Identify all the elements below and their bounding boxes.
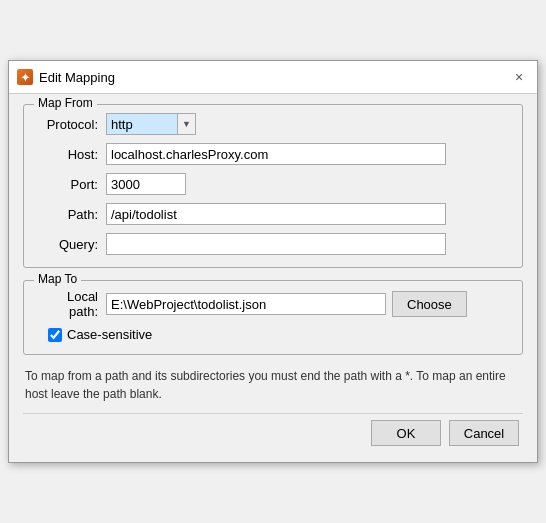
protocol-label: Protocol: [36, 117, 106, 132]
local-path-row: Local path: Choose [36, 289, 510, 319]
query-label: Query: [36, 237, 106, 252]
title-bar-left: ✦ Edit Mapping [17, 69, 115, 85]
host-input[interactable] [106, 143, 446, 165]
case-sensitive-checkbox[interactable] [48, 328, 62, 342]
map-from-title: Map From [34, 96, 97, 110]
dialog-body: Map From Protocol: http ▼ Host: Port: [9, 94, 537, 462]
protocol-dropdown-arrow[interactable]: ▼ [177, 114, 195, 134]
path-input[interactable] [106, 203, 446, 225]
close-button[interactable]: × [509, 67, 529, 87]
edit-mapping-dialog: ✦ Edit Mapping × Map From Protocol: http… [8, 60, 538, 463]
button-row: OK Cancel [23, 413, 523, 452]
port-row: Port: [36, 173, 510, 195]
port-label: Port: [36, 177, 106, 192]
port-input[interactable] [106, 173, 186, 195]
map-to-title: Map To [34, 272, 81, 286]
dialog-icon: ✦ [17, 69, 33, 85]
host-label: Host: [36, 147, 106, 162]
host-row: Host: [36, 143, 510, 165]
path-row: Path: [36, 203, 510, 225]
map-from-group: Map From Protocol: http ▼ Host: Port: [23, 104, 523, 268]
case-sensitive-label: Case-sensitive [67, 327, 152, 342]
map-to-group: Map To Local path: Choose Case-sensitive [23, 280, 523, 355]
query-input[interactable] [106, 233, 446, 255]
info-text: To map from a path and its subdirectorie… [23, 367, 523, 403]
path-label: Path: [36, 207, 106, 222]
dialog-title: Edit Mapping [39, 70, 115, 85]
cancel-button[interactable]: Cancel [449, 420, 519, 446]
local-path-input[interactable] [106, 293, 386, 315]
case-sensitive-row: Case-sensitive [36, 327, 510, 342]
query-row: Query: [36, 233, 510, 255]
ok-button[interactable]: OK [371, 420, 441, 446]
title-bar: ✦ Edit Mapping × [9, 61, 537, 94]
local-path-label: Local path: [36, 289, 106, 319]
protocol-value: http [107, 114, 177, 134]
choose-button[interactable]: Choose [392, 291, 467, 317]
protocol-row: Protocol: http ▼ [36, 113, 510, 135]
protocol-select[interactable]: http ▼ [106, 113, 196, 135]
